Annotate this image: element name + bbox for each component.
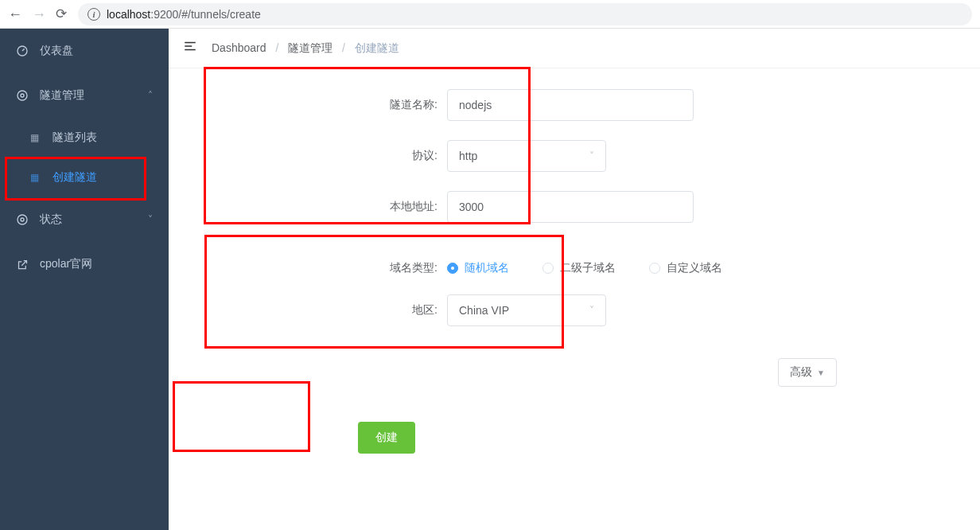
reload-icon[interactable]: ⟳	[56, 6, 67, 22]
radio-label: 自定义域名	[667, 261, 722, 275]
nav-back-icon[interactable]: ←	[8, 7, 21, 21]
sidebar-sub-tunnel-list[interactable]: ▦ 隧道列表	[0, 118, 169, 158]
sidebar-label: 状态	[40, 212, 62, 227]
nav-forward-icon[interactable]: →	[32, 7, 45, 21]
grid-icon: ▦	[30, 132, 39, 143]
radio-custom-domain[interactable]: 自定义域名	[649, 261, 722, 275]
sidebar-item-cpolar-site[interactable]: cpolar官网	[0, 242, 169, 286]
radio-label: 二级子域名	[560, 261, 616, 275]
sidebar-label: 仪表盘	[40, 44, 73, 58]
breadcrumb-current: 创建隧道	[355, 41, 399, 54]
select-protocol[interactable]: http ˅	[447, 140, 606, 172]
sidebar-label: cpolar官网	[40, 257, 92, 271]
sidebar-item-tunnel-manage[interactable]: 隧道管理 ˄	[0, 73, 169, 118]
header-bar: Dashboard / 隧道管理 / 创建隧道	[169, 29, 980, 68]
main-pane: Dashboard / 隧道管理 / 创建隧道 隧道名称: 协议: http ˅…	[169, 29, 980, 530]
select-region[interactable]: China VIP ˅	[447, 294, 606, 326]
sidebar: 仪表盘 隧道管理 ˄ ▦ 隧道列表 ▦ 创建隧道 状态 ˅	[0, 29, 169, 530]
sidebar-sub-create-tunnel[interactable]: ▦ 创建隧道	[0, 158, 169, 197]
sidebar-sub-label: 隧道列表	[52, 131, 97, 145]
sidebar-sub-label: 创建隧道	[52, 170, 97, 185]
url-text: localhost:9200/#/tunnels/create	[107, 8, 261, 21]
gauge-icon	[16, 45, 29, 57]
create-button-label: 创建	[375, 431, 398, 443]
cog-icon	[16, 213, 29, 226]
breadcrumb-sep: /	[342, 41, 345, 54]
svg-point-4	[18, 215, 27, 224]
external-link-icon	[16, 258, 29, 271]
create-button[interactable]: 创建	[358, 422, 415, 454]
label-domain-type: 域名类型:	[169, 261, 447, 275]
cog-icon	[16, 89, 29, 102]
label-tunnel-name: 隧道名称:	[169, 98, 447, 112]
chevron-down-icon: ˅	[148, 214, 153, 225]
input-local-addr[interactable]	[447, 191, 694, 223]
advanced-button-label: 高级	[790, 365, 812, 380]
browser-address-bar: ← → ⟳ i localhost:9200/#/tunnels/create	[0, 0, 980, 29]
sidebar-item-status[interactable]: 状态 ˅	[0, 197, 169, 242]
radio-dot-icon	[649, 263, 660, 274]
svg-point-1	[21, 94, 24, 97]
radio-subdomain[interactable]: 二级子域名	[542, 261, 616, 275]
chevron-down-icon: ˅	[589, 150, 594, 162]
radio-label: 随机域名	[465, 261, 509, 275]
chevron-up-icon: ˄	[148, 90, 153, 101]
radio-group-domain-type: 随机域名 二级子域名 自定义域名	[447, 261, 722, 275]
chevron-down-icon: ˅	[589, 305, 594, 316]
site-info-icon[interactable]: i	[88, 8, 100, 21]
breadcrumb-sep: /	[275, 41, 278, 54]
sidebar-item-dashboard[interactable]: 仪表盘	[0, 29, 169, 73]
select-region-value: China VIP	[459, 304, 509, 317]
breadcrumb-item[interactable]: Dashboard	[212, 41, 266, 54]
label-region: 地区:	[169, 303, 447, 318]
triangle-down-icon: ▼	[817, 368, 825, 377]
breadcrumb: Dashboard / 隧道管理 / 创建隧道	[212, 41, 399, 56]
grid-icon: ▦	[30, 172, 39, 183]
breadcrumb-item[interactable]: 隧道管理	[288, 41, 332, 54]
menu-toggle-icon[interactable]	[183, 39, 197, 57]
svg-point-2	[18, 91, 27, 100]
select-protocol-value: http	[459, 150, 477, 162]
url-field[interactable]: i localhost:9200/#/tunnels/create	[78, 3, 972, 25]
radio-random-domain[interactable]: 随机域名	[447, 261, 509, 275]
input-tunnel-name[interactable]	[447, 89, 694, 121]
sidebar-label: 隧道管理	[40, 88, 84, 103]
radio-dot-icon	[447, 263, 458, 274]
label-protocol: 协议:	[169, 149, 447, 163]
radio-dot-icon	[542, 263, 554, 274]
label-local-addr: 本地地址:	[169, 200, 447, 214]
advanced-button[interactable]: 高级 ▼	[778, 358, 837, 387]
svg-point-3	[21, 218, 24, 221]
